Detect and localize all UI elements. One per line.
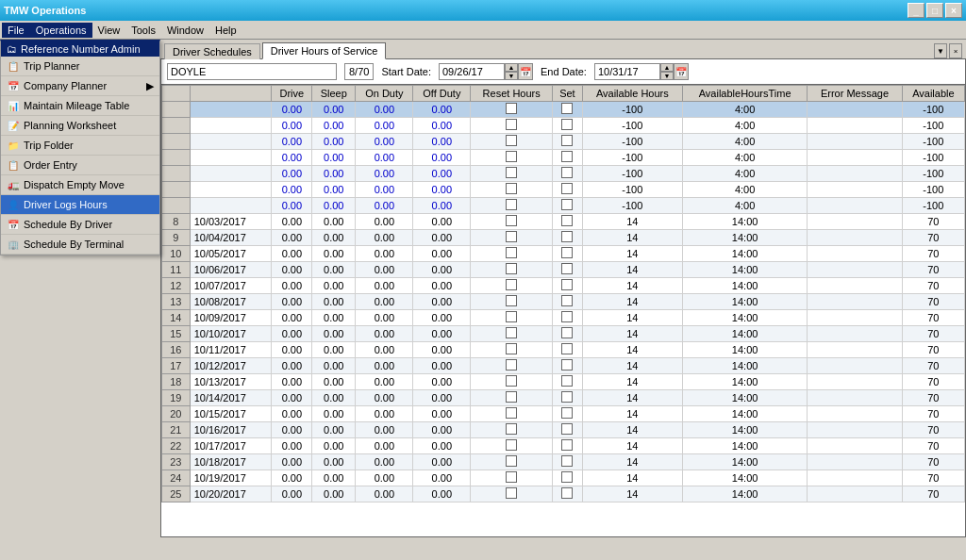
start-date-input[interactable]	[439, 63, 505, 80]
table-row[interactable]: 10 10/05/2017 0.00 0.00 0.00 0.00 14 14:…	[162, 246, 965, 262]
set-checkbox[interactable]	[561, 279, 573, 290]
cell-set[interactable]	[553, 118, 583, 134]
tab-driver-schedules[interactable]: Driver Schedules	[164, 43, 260, 59]
table-row[interactable]: 9 10/04/2017 0.00 0.00 0.00 0.00 14 14:0…	[162, 230, 965, 246]
cell-set[interactable]	[553, 374, 583, 390]
cell-set[interactable]	[553, 134, 583, 150]
set-checkbox[interactable]	[561, 423, 573, 435]
end-date-up[interactable]: ▲	[660, 63, 674, 72]
reset-checkbox[interactable]	[506, 151, 517, 162]
end-date-input[interactable]	[594, 63, 660, 80]
set-checkbox[interactable]	[561, 263, 573, 274]
set-checkbox[interactable]	[561, 391, 573, 403]
set-checkbox[interactable]	[561, 359, 573, 371]
table-row[interactable]: 23 10/18/2017 0.00 0.00 0.00 0.00 14 14:…	[162, 454, 965, 470]
table-row[interactable]: 19 10/14/2017 0.00 0.00 0.00 0.00 14 14:…	[162, 390, 965, 406]
sidebar-item-order-entry[interactable]: 📋 Order Entry	[1, 156, 159, 175]
end-date-down[interactable]: ▼	[660, 72, 674, 80]
table-row[interactable]: 20 10/15/2017 0.00 0.00 0.00 0.00 14 14:…	[162, 406, 965, 422]
cell-reset[interactable]	[471, 246, 553, 262]
reset-checkbox[interactable]	[506, 279, 517, 290]
sidebar-item-schedule-driver[interactable]: 📅 Schedule By Driver	[1, 215, 159, 235]
cell-reset[interactable]	[471, 262, 553, 278]
cell-set[interactable]	[553, 406, 583, 422]
cell-reset[interactable]	[471, 326, 553, 342]
sidebar-item-schedule-terminal[interactable]: 🏢 Schedule By Terminal	[1, 235, 159, 255]
reset-checkbox[interactable]	[506, 183, 517, 194]
cell-reset[interactable]	[471, 454, 553, 470]
cell-reset[interactable]	[471, 406, 553, 422]
table-row[interactable]: 22 10/17/2017 0.00 0.00 0.00 0.00 14 14:…	[162, 438, 965, 454]
set-checkbox[interactable]	[561, 407, 573, 419]
cell-reset[interactable]	[471, 342, 553, 358]
cell-reset[interactable]	[471, 422, 553, 438]
sidebar-item-maintain-mileage[interactable]: 📊 Maintain Mileage Table	[1, 96, 159, 116]
cell-reset[interactable]	[471, 438, 553, 454]
cell-set[interactable]	[553, 326, 583, 342]
cell-reset[interactable]	[471, 214, 553, 230]
reset-checkbox[interactable]	[506, 231, 517, 242]
cell-reset[interactable]	[471, 310, 553, 326]
cell-set[interactable]	[553, 102, 583, 118]
set-checkbox[interactable]	[561, 119, 573, 130]
cell-reset[interactable]	[471, 150, 553, 166]
menu-view[interactable]: View	[92, 23, 126, 38]
cell-reset[interactable]	[471, 230, 553, 246]
set-checkbox[interactable]	[561, 103, 573, 114]
reset-checkbox[interactable]	[506, 327, 517, 338]
reset-checkbox[interactable]	[506, 135, 517, 146]
set-checkbox[interactable]	[561, 231, 573, 242]
table-row[interactable]: 0.00 0.00 0.00 0.00 -100 4:00 -100	[162, 198, 965, 214]
set-checkbox[interactable]	[561, 151, 573, 162]
cell-set[interactable]	[553, 166, 583, 182]
reset-checkbox[interactable]	[506, 359, 517, 371]
reset-checkbox[interactable]	[506, 263, 517, 274]
set-checkbox[interactable]	[561, 167, 573, 178]
table-row[interactable]: 11 10/06/2017 0.00 0.00 0.00 0.00 14 14:…	[162, 262, 965, 278]
reset-checkbox[interactable]	[506, 295, 517, 306]
cell-reset[interactable]	[471, 278, 553, 294]
cell-set[interactable]	[553, 390, 583, 406]
cell-set[interactable]	[553, 230, 583, 246]
menu-file[interactable]: File	[2, 23, 30, 38]
menu-window[interactable]: Window	[161, 23, 209, 38]
table-row[interactable]: 14 10/09/2017 0.00 0.00 0.00 0.00 14 14:…	[162, 310, 965, 326]
close-button[interactable]: ×	[945, 3, 962, 18]
set-checkbox[interactable]	[561, 471, 573, 483]
cell-set[interactable]	[553, 358, 583, 374]
cell-set[interactable]	[553, 342, 583, 358]
cell-set[interactable]	[553, 422, 583, 438]
reset-checkbox[interactable]	[506, 311, 517, 322]
table-row[interactable]: 21 10/16/2017 0.00 0.00 0.00 0.00 14 14:…	[162, 422, 965, 438]
set-checkbox[interactable]	[561, 375, 573, 387]
minimize-button[interactable]: _	[908, 3, 924, 18]
set-checkbox[interactable]	[561, 183, 573, 194]
start-date-down[interactable]: ▼	[505, 72, 518, 80]
cell-set[interactable]	[553, 198, 583, 214]
reset-checkbox[interactable]	[506, 471, 517, 483]
reset-checkbox[interactable]	[506, 103, 517, 114]
set-checkbox[interactable]	[561, 327, 573, 338]
table-row[interactable]: 16 10/11/2017 0.00 0.00 0.00 0.00 14 14:…	[162, 342, 965, 358]
table-row[interactable]: 0.00 0.00 0.00 0.00 -100 4:00 -100	[162, 166, 965, 182]
reset-checkbox[interactable]	[506, 391, 517, 403]
cell-reset[interactable]	[471, 198, 553, 214]
table-row[interactable]: 0.00 0.00 0.00 0.00 -100 4:00 -100	[162, 134, 965, 150]
table-row[interactable]: 12 10/07/2017 0.00 0.00 0.00 0.00 14 14:…	[162, 278, 965, 294]
cell-set[interactable]	[553, 470, 583, 486]
table-row[interactable]: 25 10/20/2017 0.00 0.00 0.00 0.00 14 14:…	[162, 486, 965, 502]
cell-reset[interactable]	[471, 358, 553, 374]
sidebar-item-trip-planner[interactable]: 📋 Trip Planner	[1, 57, 159, 76]
cell-reset[interactable]	[471, 134, 553, 150]
table-row[interactable]: 15 10/10/2017 0.00 0.00 0.00 0.00 14 14:…	[162, 326, 965, 342]
set-checkbox[interactable]	[561, 295, 573, 306]
set-checkbox[interactable]	[561, 199, 573, 210]
set-checkbox[interactable]	[561, 215, 573, 226]
cell-set[interactable]	[553, 246, 583, 262]
table-row[interactable]: 8 10/03/2017 0.00 0.00 0.00 0.00 14 14:0…	[162, 214, 965, 230]
start-date-up[interactable]: ▲	[505, 63, 518, 72]
table-row[interactable]: 13 10/08/2017 0.00 0.00 0.00 0.00 14 14:…	[162, 294, 965, 310]
set-checkbox[interactable]	[561, 135, 573, 146]
cell-reset[interactable]	[471, 102, 553, 118]
table-row[interactable]: 0.00 0.00 0.00 0.00 -100 4:00 -100	[162, 182, 965, 198]
